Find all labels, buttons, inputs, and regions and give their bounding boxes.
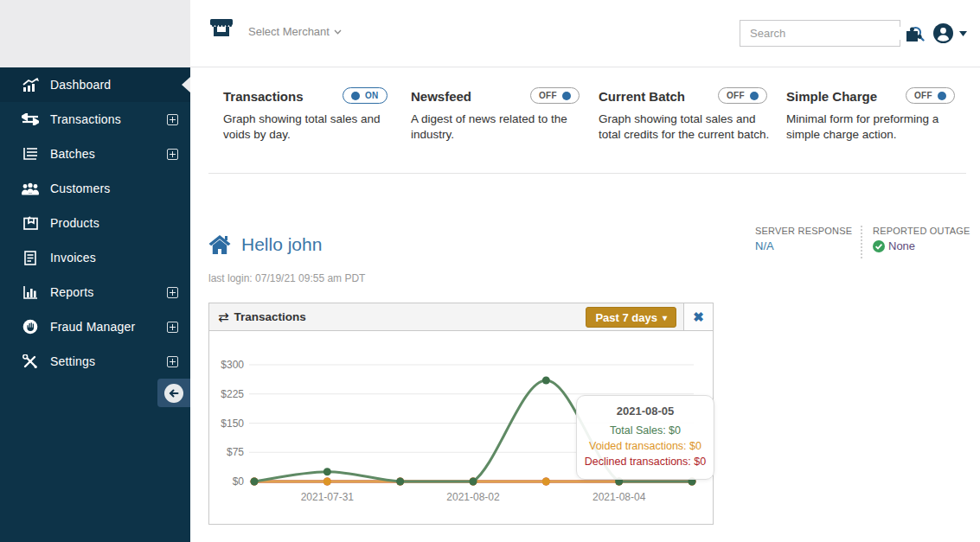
svg-text:2021-08-02: 2021-08-02 (446, 491, 500, 503)
sidebar-collapse-button[interactable] (157, 379, 190, 407)
widget-description: Minimal form for preforming a simple cha… (786, 112, 959, 143)
expand-icon[interactable] (167, 356, 178, 367)
user-menu[interactable] (932, 22, 967, 44)
sidebar-item-batches[interactable]: Batches (0, 137, 190, 171)
section-divider (208, 173, 966, 174)
reports-icon (21, 284, 40, 301)
dashboard-icon (21, 76, 40, 93)
home-icon (208, 234, 231, 255)
caret-down-icon: ▾ (663, 313, 667, 322)
transfer-arrows-icon: ⇄ (218, 309, 229, 325)
sidebar-top-spacer (0, 0, 190, 67)
check-circle-icon (873, 240, 885, 252)
date-range-button[interactable]: Past 7 days ▾ (586, 307, 676, 328)
toggle-knob (351, 92, 360, 100)
tooltip-total-sales: Total Sales: $0 (584, 423, 707, 438)
toggle-state-label: OFF (727, 91, 745, 100)
panel-header: ⇄ Transactions Past 7 days ▾ ✖ (209, 303, 713, 331)
svg-text:2021-07-31: 2021-07-31 (301, 491, 355, 503)
sidebar-item-reports[interactable]: Reports (0, 275, 190, 309)
settings-icon (21, 353, 40, 370)
simple-charge-toggle[interactable]: OFF (906, 87, 955, 104)
sidebar-nav: Dashboard Transactions Batches Customers (0, 67, 190, 379)
reported-outage-label: REPORTED OUTAGE (873, 226, 970, 236)
select-merchant-dropdown[interactable]: Select Merchant (208, 14, 342, 43)
storefront-icon (208, 14, 234, 43)
widget-simple-charge: Simple Charge OFF Minimal form for prefo… (786, 89, 974, 143)
svg-text:$225: $225 (221, 388, 244, 400)
top-header: Select Merchant (190, 0, 980, 67)
panel-title: ⇄ Transactions (218, 309, 306, 325)
sidebar-item-products[interactable]: Products (0, 206, 190, 240)
user-menu-caret-icon (959, 31, 967, 36)
expand-icon[interactable] (167, 149, 178, 160)
customers-icon (21, 180, 40, 197)
main-content: Transactions ON Graph showing total sale… (190, 68, 980, 542)
server-response-stat: SERVER RESPONSE N/A (755, 226, 852, 252)
expand-icon[interactable] (167, 287, 178, 298)
sidebar-item-label: Customers (50, 182, 178, 195)
chevron-down-icon (334, 29, 342, 35)
svg-text:$0: $0 (233, 475, 245, 488)
newsfeed-toggle[interactable]: OFF (530, 87, 580, 104)
stat-divider (861, 226, 862, 258)
sidebar-item-label: Products (50, 216, 178, 230)
tooltip-declined: Declined transactions: $0 (584, 454, 707, 469)
sidebar-item-label: Transactions (50, 112, 167, 126)
panel-close-button[interactable]: ✖ (683, 303, 713, 330)
toggle-knob (750, 92, 759, 100)
reported-outage-value: None (888, 239, 915, 252)
sidebar-item-label: Batches (50, 147, 167, 161)
page-title: Hello john (241, 234, 322, 255)
collapse-arrow-icon (164, 384, 183, 403)
active-item-notch (182, 77, 190, 92)
chart-tooltip: 2021-08-05 Total Sales: $0 Voided transa… (576, 395, 714, 480)
batches-icon (21, 145, 40, 163)
toggle-state-label: OFF (539, 91, 557, 100)
widget-description: Graph showing total sales and voids by d… (223, 112, 396, 143)
date-range-label: Past 7 days (595, 311, 657, 324)
products-icon (21, 214, 40, 232)
last-login-text: last login: 07/19/21 09:55 am PDT (208, 272, 365, 284)
sidebar-item-invoices[interactable]: Invoices (0, 240, 190, 275)
tooltip-voided: Voided transactions: $0 (584, 438, 707, 454)
close-icon: ✖ (693, 310, 704, 323)
svg-text:$75: $75 (227, 446, 244, 458)
sidebar-item-label: Reports (50, 285, 167, 299)
current-batch-toggle[interactable]: OFF (718, 87, 767, 104)
widget-description: A digest of news related to the industry… (411, 112, 584, 143)
sidebar: Dashboard Transactions Batches Customers (0, 0, 190, 542)
puzzle-icon (905, 24, 926, 43)
svg-text:$300: $300 (221, 359, 244, 371)
reported-outage-stat: REPORTED OUTAGE None (873, 226, 970, 252)
sidebar-item-label: Invoices (50, 251, 178, 265)
transactions-icon (21, 111, 40, 128)
sidebar-item-transactions[interactable]: Transactions (0, 102, 190, 137)
sidebar-item-label: Dashboard (50, 78, 178, 92)
sidebar-item-label: Settings (50, 354, 167, 368)
expand-icon[interactable] (167, 114, 178, 125)
toggle-knob (562, 92, 571, 100)
widget-current-batch: Current Batch OFF Graph showing total sa… (599, 89, 786, 143)
chart-area: $0$75$150$225$3002021-07-312021-08-02202… (209, 331, 713, 524)
sidebar-item-settings[interactable]: Settings (0, 344, 190, 379)
expand-icon[interactable] (167, 322, 178, 333)
invoices-icon (21, 249, 40, 266)
sidebar-item-dashboard[interactable]: Dashboard (0, 67, 190, 102)
toggle-state-label: ON (365, 91, 379, 100)
apps-button[interactable] (905, 24, 926, 43)
greeting-row: Hello john (208, 234, 322, 255)
widget-transactions: Transactions ON Graph showing total sale… (223, 89, 411, 143)
server-response-label: SERVER RESPONSE (755, 226, 852, 236)
transactions-toggle[interactable]: ON (343, 87, 388, 104)
sidebar-item-fraud-manager[interactable]: Fraud Manager (0, 309, 190, 344)
panel-title-text: Transactions (234, 310, 306, 323)
widget-description: Graph showing total sales and total cred… (599, 112, 772, 143)
user-avatar-icon (932, 22, 954, 44)
search-box (740, 20, 900, 47)
sidebar-item-customers[interactable]: Customers (0, 171, 190, 206)
server-response-value: N/A (755, 239, 852, 252)
toggle-knob (938, 92, 946, 100)
fraud-manager-icon (21, 318, 40, 335)
search-input[interactable] (740, 27, 909, 40)
